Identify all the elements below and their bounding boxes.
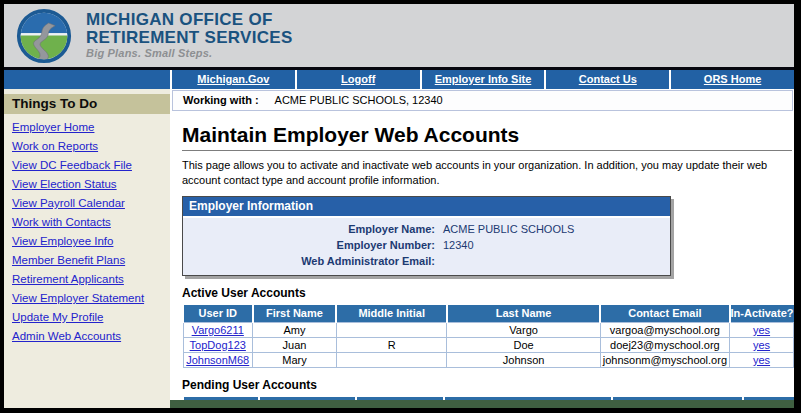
page: MICHIGAN OFFICE OF RETIREMENT SERVICES B… xyxy=(4,4,794,408)
column-header: First Name xyxy=(253,305,337,323)
masthead-text: MICHIGAN OFFICE OF RETIREMENT SERVICES B… xyxy=(86,11,293,60)
column-header: User ID xyxy=(183,305,253,323)
active-accounts-table: User IDFirst NameMiddle InitialLast Name… xyxy=(182,305,794,368)
info-row: Employer Name: ACME PUBLIC SCHOOLS xyxy=(183,221,670,237)
employer-info-box: Employer Information Employer Name: ACME… xyxy=(182,196,671,276)
user-id-cell: Vargo6211 xyxy=(183,322,253,337)
sidebar-link[interactable]: Employer Home xyxy=(12,121,162,133)
main-content: Working with :ACME PUBLIC SCHOOLS, 12340… xyxy=(170,89,794,408)
inactivate-cell: yes xyxy=(730,337,794,352)
nav-link[interactable]: Contact Us xyxy=(544,70,669,89)
sidebar-heading: Things To Do xyxy=(4,94,170,114)
sidebar-link[interactable]: Work on Reports xyxy=(12,140,162,152)
sidebar-link[interactable]: Member Benefit Plans xyxy=(12,254,162,266)
body-row: Things To Do Employer Home Work on Repor… xyxy=(4,89,794,408)
nav-links: Michigan.Gov Logoff Employer Info Site C… xyxy=(170,70,794,89)
tagline: Big Plans. Small Steps. xyxy=(86,48,293,59)
inactivate-link[interactable]: yes xyxy=(753,354,770,366)
inactivate-link[interactable]: yes xyxy=(753,339,770,351)
working-with-bar: Working with :ACME PUBLIC SCHOOLS, 12340 xyxy=(172,90,793,111)
contact-email-cell: johnsonm@myschool.org xyxy=(600,352,729,367)
column-header: Middle Initial xyxy=(336,305,447,323)
info-label: Employer Name: xyxy=(183,221,435,237)
column-header: In-Activate? xyxy=(730,305,794,323)
ors-logo-icon xyxy=(16,8,72,64)
last-name-cell: Vargo xyxy=(447,322,600,337)
middle-initial-cell xyxy=(336,352,447,367)
footer-green-bar xyxy=(170,400,794,408)
user-id-cell: JohnsonM68 xyxy=(183,352,253,367)
column-header: Last Name xyxy=(447,305,600,323)
info-label: Employer Number: xyxy=(183,237,435,253)
org-name-line1: MICHIGAN OFFICE OF xyxy=(86,11,293,29)
page-description: This page allows you to activate and ina… xyxy=(182,158,778,188)
active-account-row: TopDog123 Juan R Doe doej23@myschool.org… xyxy=(183,337,794,352)
sidebar-link[interactable]: View Payroll Calendar xyxy=(12,197,162,209)
pending-accounts-heading: Pending User Accounts xyxy=(182,378,794,392)
user-id-link[interactable]: Vargo6211 xyxy=(192,324,244,336)
page-title: Maintain Employer Web Accounts xyxy=(182,123,792,151)
inactivate-cell: yes xyxy=(730,352,794,367)
info-value: ACME PUBLIC SCHOOLS xyxy=(435,221,574,237)
nav-link[interactable]: Employer Info Site xyxy=(420,70,545,89)
last-name-cell: Johnson xyxy=(447,352,600,367)
sidebar-link[interactable]: Update My Profile xyxy=(12,311,162,323)
org-name-line2: RETIREMENT SERVICES xyxy=(86,29,293,47)
active-account-row: JohnsonM68 Mary Johnson johnsonm@myschoo… xyxy=(183,352,794,367)
top-nav: Michigan.Gov Logoff Employer Info Site C… xyxy=(4,70,794,89)
active-header-row: User IDFirst NameMiddle InitialLast Name… xyxy=(183,305,794,323)
sidebar: Things To Do Employer Home Work on Repor… xyxy=(4,89,170,408)
user-id-link[interactable]: TopDog123 xyxy=(190,339,246,351)
first-name-cell: Mary xyxy=(253,352,337,367)
sidebar-link[interactable]: Work with Contacts xyxy=(12,216,162,228)
working-with-value: ACME PUBLIC SCHOOLS, 12340 xyxy=(275,94,443,106)
active-accounts-heading: Active User Accounts xyxy=(182,286,794,300)
first-name-cell: Juan xyxy=(253,337,337,352)
user-id-link[interactable]: JohnsonM68 xyxy=(186,354,249,366)
employer-info-fields: Employer Name: ACME PUBLIC SCHOOLS Emplo… xyxy=(183,218,670,275)
first-name-cell: Amy xyxy=(253,322,337,337)
column-header: Contact Email xyxy=(600,305,729,323)
middle-initial-cell xyxy=(336,322,447,337)
sidebar-link[interactable]: View Employer Statement xyxy=(12,292,162,304)
sidebar-link[interactable]: Admin Web Accounts xyxy=(12,330,162,342)
info-label: Web Administrator Email: xyxy=(183,253,435,269)
sidebar-links: Employer Home Work on Reports View DC Fe… xyxy=(4,121,170,342)
info-value xyxy=(435,253,443,269)
nav-link[interactable]: Logoff xyxy=(295,70,420,89)
nav-link[interactable]: Michigan.Gov xyxy=(170,70,295,89)
working-with-label: Working with : xyxy=(183,94,259,106)
masthead: MICHIGAN OFFICE OF RETIREMENT SERVICES B… xyxy=(4,4,794,70)
info-value: 12340 xyxy=(435,237,474,253)
nav-link[interactable]: ORS Home xyxy=(669,70,794,89)
contact-email-cell: doej23@myschool.org xyxy=(600,337,729,352)
sidebar-link[interactable]: Retirement Applicants xyxy=(12,273,162,285)
middle-initial-cell: R xyxy=(336,337,447,352)
sidebar-link[interactable]: View Election Status xyxy=(12,178,162,190)
info-row: Web Administrator Email: xyxy=(183,253,670,269)
inactivate-link[interactable]: yes xyxy=(753,324,770,336)
employer-info-heading: Employer Information xyxy=(183,197,670,218)
sidebar-link[interactable]: View Employee Info xyxy=(12,235,162,247)
user-id-cell: TopDog123 xyxy=(183,337,253,352)
sidebar-link[interactable]: View DC Feedback File xyxy=(12,159,162,171)
screenshot-frame: MICHIGAN OFFICE OF RETIREMENT SERVICES B… xyxy=(0,0,801,413)
info-row: Employer Number: 12340 xyxy=(183,237,670,253)
last-name-cell: Doe xyxy=(447,337,600,352)
nav-spacer xyxy=(4,70,170,89)
contact-email-cell: vargoa@myschool.org xyxy=(600,322,729,337)
active-account-row: Vargo6211 Amy Vargo vargoa@myschool.org … xyxy=(183,322,794,337)
inactivate-cell: yes xyxy=(730,322,794,337)
